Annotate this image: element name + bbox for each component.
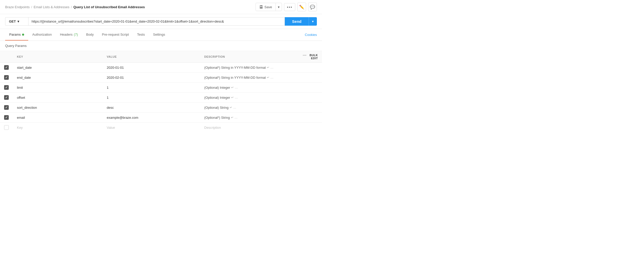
col-description: DESCRIPTION bbox=[200, 51, 296, 63]
checkbox-checked[interactable]: ✓ bbox=[4, 65, 9, 70]
breadcrumb-sep-2: / bbox=[71, 5, 72, 9]
tab-headers-label: Headers bbox=[60, 33, 73, 36]
tab-settings[interactable]: Settings bbox=[149, 29, 169, 41]
row-description: (Optional*) String in YYYY-MM-DD format … bbox=[200, 73, 296, 83]
desc-text-content: (Optional*) String bbox=[204, 116, 230, 120]
tabs-bar: Params Authorization Headers (7) Body Pr… bbox=[0, 29, 322, 41]
bulk-edit-label[interactable]: Bulk Edit bbox=[309, 54, 318, 60]
tabs-list: Params Authorization Headers (7) Body Pr… bbox=[5, 29, 169, 41]
row-actions bbox=[296, 93, 322, 103]
url-input[interactable] bbox=[28, 17, 285, 25]
row-key[interactable]: limit bbox=[13, 83, 103, 93]
tab-headers[interactable]: Headers (7) bbox=[56, 29, 82, 41]
desc-more-icon: … bbox=[235, 96, 238, 99]
tab-body[interactable]: Body bbox=[82, 29, 98, 41]
row-value[interactable]: desc bbox=[103, 103, 200, 113]
tab-pre-request-script[interactable]: Pre-request Script bbox=[98, 29, 133, 41]
row-value[interactable]: 2020-02-01 bbox=[103, 73, 200, 83]
check-icon: ✓ bbox=[5, 116, 8, 119]
breadcrumb-item-3: Query List of Unsubscribed Email Address… bbox=[73, 5, 145, 9]
tab-authorization[interactable]: Authorization bbox=[28, 29, 56, 41]
col-checkbox bbox=[0, 51, 13, 63]
row-checkbox-cell: ✓ bbox=[0, 73, 13, 83]
cookies-link[interactable]: Cookies bbox=[305, 33, 317, 37]
breadcrumb-actions: Save ▾ ••• ✏️ 💬 bbox=[256, 3, 317, 11]
col-value: VALUE bbox=[103, 51, 200, 63]
breadcrumb: Braze Endpoints / Email Lists & Addresse… bbox=[5, 5, 145, 9]
breadcrumb-sep-1: / bbox=[31, 5, 32, 9]
desc-return-icon: ↵ bbox=[230, 106, 232, 109]
chat-icon: 💬 bbox=[310, 5, 315, 9]
actions-icon: ••• bbox=[303, 54, 307, 57]
method-label: GET bbox=[9, 19, 16, 23]
checkbox-checked[interactable]: ✓ bbox=[4, 105, 9, 110]
tab-settings-label: Settings bbox=[153, 33, 165, 36]
send-button[interactable]: Send bbox=[285, 17, 309, 26]
row-key-placeholder[interactable]: Key bbox=[13, 123, 103, 133]
send-btn-group: Send ▾ bbox=[285, 17, 317, 26]
row-value-placeholder[interactable]: Value bbox=[103, 123, 200, 133]
send-chevron-icon: ▾ bbox=[312, 19, 314, 23]
send-chevron-button[interactable]: ▾ bbox=[309, 17, 317, 26]
desc-text-content: (Optional) Integer bbox=[204, 86, 230, 90]
table-row: ✓ email example@braze.com (Optional*) St… bbox=[0, 113, 322, 123]
row-checkbox-cell: ✓ bbox=[0, 103, 13, 113]
col-actions: ••• Bulk Edit bbox=[296, 51, 322, 63]
row-description: (Optional) Integer ↵… bbox=[200, 83, 296, 93]
save-chevron-button[interactable]: ▾ bbox=[276, 4, 282, 11]
desc-return-icon: ↵ bbox=[231, 116, 233, 119]
desc-text-content: (Optional*) String in YYYY-MM-DD format bbox=[204, 76, 266, 80]
desc-more-icon: … bbox=[233, 106, 236, 109]
col-key: KEY bbox=[13, 51, 103, 63]
row-checkbox-cell: ✓ bbox=[0, 113, 13, 123]
checkbox-checked[interactable]: ✓ bbox=[4, 75, 9, 80]
row-value[interactable]: 1 bbox=[103, 93, 200, 103]
row-actions bbox=[296, 113, 322, 123]
breadcrumb-item-2[interactable]: Email Lists & Addresses bbox=[34, 5, 69, 9]
edit-button[interactable]: ✏️ bbox=[297, 3, 306, 11]
save-button[interactable]: Save bbox=[256, 4, 276, 11]
save-btn-group: Save ▾ bbox=[256, 3, 282, 11]
tab-tests-label: Tests bbox=[137, 33, 145, 36]
row-value[interactable]: 1 bbox=[103, 83, 200, 93]
row-checkbox-cell: ✓ bbox=[0, 93, 13, 103]
more-icon: ••• bbox=[287, 5, 292, 9]
row-key[interactable]: offset bbox=[13, 93, 103, 103]
row-key[interactable]: start_date bbox=[13, 63, 103, 73]
row-checkbox-cell: ✓ bbox=[0, 63, 13, 73]
svg-rect-2 bbox=[260, 7, 262, 8]
tab-tests[interactable]: Tests bbox=[133, 29, 149, 41]
row-key[interactable]: end_date bbox=[13, 73, 103, 83]
chat-button[interactable]: 💬 bbox=[308, 3, 317, 11]
tab-params[interactable]: Params bbox=[5, 29, 28, 41]
row-description: (Optional*) String ↵… bbox=[200, 113, 296, 123]
row-checkbox-cell: ✓ bbox=[0, 83, 13, 93]
check-icon: ✓ bbox=[5, 76, 8, 79]
desc-return-icon: ↵ bbox=[267, 76, 269, 79]
checkbox-checked[interactable]: ✓ bbox=[4, 115, 9, 120]
url-bar: GET ▾ Send ▾ bbox=[0, 14, 322, 29]
svg-rect-1 bbox=[260, 5, 262, 6]
desc-text-content: (Optional) Integer bbox=[204, 96, 230, 100]
desc-more-icon: … bbox=[235, 86, 238, 89]
row-key[interactable]: email bbox=[13, 113, 103, 123]
method-selector[interactable]: GET ▾ bbox=[5, 17, 28, 26]
headers-badge: (7) bbox=[74, 33, 78, 36]
desc-return-icon: ↵ bbox=[231, 86, 234, 89]
breadcrumb-item-1[interactable]: Braze Endpoints bbox=[5, 5, 30, 9]
table-row: ✓ end_date 2020-02-01 (Optional*) String… bbox=[0, 73, 322, 83]
checkbox-checked[interactable]: ✓ bbox=[4, 85, 9, 90]
row-key[interactable]: sort_direction bbox=[13, 103, 103, 113]
row-description: (Optional) Integer ↵… bbox=[200, 93, 296, 103]
desc-return-icon: ↵ bbox=[231, 96, 234, 99]
check-icon: ✓ bbox=[5, 66, 8, 69]
desc-text-content: (Optional*) String in YYYY-MM-DD format bbox=[204, 66, 266, 70]
row-value[interactable]: 2020-01-01 bbox=[103, 63, 200, 73]
checkbox-checked[interactable]: ✓ bbox=[4, 95, 9, 100]
checkbox-empty[interactable] bbox=[4, 125, 9, 130]
breadcrumb-bar: Braze Endpoints / Email Lists & Addresse… bbox=[0, 0, 322, 14]
row-description: (Optional*) String in YYYY-MM-DD format … bbox=[200, 63, 296, 73]
more-options-button[interactable]: ••• bbox=[284, 3, 295, 11]
row-checkbox-cell bbox=[0, 123, 13, 133]
row-value[interactable]: example@braze.com bbox=[103, 113, 200, 123]
